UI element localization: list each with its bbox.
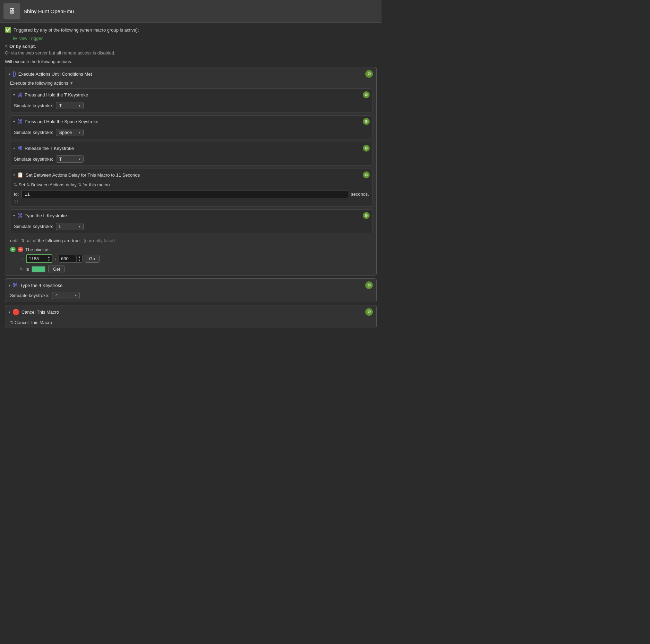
type-4-simulate-row: Simulate keystroke: 4 ▾ — [10, 292, 373, 299]
delay-chevron[interactable]: ▾ — [13, 173, 15, 177]
release-t-dropdown-arrow: ▾ — [79, 157, 80, 161]
inner-block-press-t-header: ▾ ⌘ Press and Hold the T Keystroke ⚙ — [10, 89, 373, 101]
press-space-gear[interactable]: ⚙ — [363, 118, 370, 125]
release-t-title: Release the T Keystroke — [25, 146, 74, 151]
delay-seconds-label: seconds. — [351, 192, 369, 197]
y-coord-wrap: ▲ ▼ — [59, 255, 83, 263]
pixel-at-label: The pixel at: — [25, 247, 50, 252]
outer-block-title: Execute Actions Until Conditions Met — [18, 71, 92, 77]
y-coord-input[interactable] — [59, 255, 76, 262]
updown-set-icon: ⇅ — [14, 183, 17, 187]
cancel-chevron[interactable]: ▾ — [9, 310, 10, 314]
outer-gear-button[interactable]: ⚙ — [365, 70, 373, 78]
or-via-web-label: Or via the web server but all remote acc… — [5, 50, 377, 56]
y-down-arrow[interactable]: ▼ — [77, 259, 82, 262]
add-condition-button[interactable]: + — [10, 247, 16, 252]
or-by-script-row: ⇅ Or by script. — [5, 44, 377, 49]
pixel-row: + − The pixel at: — [10, 247, 373, 252]
inner-block-type-l-header: ▾ ⌘ Type the L Keystroke ⚙ — [10, 210, 373, 221]
minus-icon: − — [19, 247, 22, 252]
type-l-gear[interactable]: ⚙ — [363, 212, 370, 219]
updown-script-icon: ⇅ — [5, 44, 8, 49]
x-up-arrow[interactable]: ▲ — [47, 255, 51, 259]
delay-to-row: to: seconds. — [10, 189, 373, 199]
press-space-chevron[interactable]: ▾ — [13, 120, 15, 124]
inner-block-press-space: ▾ ⌘ Press and Hold the Space Keystroke ⚙… — [10, 115, 373, 139]
press-space-simulate-row: Simulate keystroke: Space ▾ — [14, 129, 369, 136]
delay-timer-icon: 📋 — [17, 172, 24, 178]
cancel-gear[interactable]: ⚙ — [365, 308, 373, 316]
remove-condition-button[interactable]: − — [18, 247, 23, 252]
go-button[interactable]: Go — [85, 255, 100, 263]
release-t-key-dropdown[interactable]: T ▾ — [56, 155, 84, 163]
press-t-chevron[interactable]: ▾ — [13, 93, 15, 97]
type-4-dropdown-arrow: ▾ — [75, 294, 77, 297]
inner-press-t-left: ▾ ⌘ Press and Hold the T Keystroke — [13, 92, 88, 98]
delay-delay-label: delay — [66, 182, 77, 187]
or-by-script-label: Or by script. — [9, 44, 36, 49]
cancel-action-row: ⇅ Cancel This Macro — [10, 320, 373, 325]
delay-gear[interactable]: ⚙ — [363, 171, 370, 178]
inner-delay-left: ▾ 📋 Set Between Actions Delay for This M… — [13, 172, 140, 178]
type-l-cmd-icon: ⌘ — [17, 212, 23, 219]
is-label: is — [26, 266, 29, 272]
press-t-key-dropdown[interactable]: T ▾ — [56, 102, 84, 109]
inner-block-press-t: ▾ ⌘ Press and Hold the T Keystroke ⚙ Sim… — [10, 88, 373, 112]
all-following-label[interactable]: all of the following are true: — [27, 238, 81, 243]
type-4-chevron[interactable]: ▾ — [9, 283, 10, 287]
cancel-action-label: Cancel This Macro — [15, 320, 52, 325]
y-coord-stepper[interactable]: ▲ ▼ — [76, 255, 82, 262]
press-t-simulate-label: Simulate keystroke: — [14, 103, 53, 108]
y-up-arrow[interactable]: ▲ — [77, 255, 82, 259]
cancel-macro-left: ▾ 🛑 Cancel This Macro — [9, 309, 59, 315]
x-coord-input[interactable] — [27, 255, 46, 262]
type-l-key-dropdown[interactable]: L ▾ — [56, 223, 84, 230]
x-coord-wrap: ▲ ▼ — [26, 254, 52, 263]
outer-block-header-left: ▾ {} Execute Actions Until Conditions Me… — [9, 71, 92, 77]
get-button[interactable]: Get — [48, 265, 65, 273]
release-t-gear[interactable]: ⚙ — [363, 145, 370, 152]
inner-block-release-t: ▾ ⌘ Release the T Keystroke ⚙ Simulate k… — [10, 142, 373, 166]
inner-block-press-space-header: ▾ ⌘ Press and Hold the Space Keystroke ⚙ — [10, 116, 373, 127]
until-row: until ⇅ all of the following are true: (… — [5, 236, 376, 245]
x-down-arrow[interactable]: ▼ — [47, 259, 51, 262]
type-l-chevron[interactable]: ▾ — [13, 214, 15, 218]
outer-chevron-icon[interactable]: ▾ — [9, 72, 10, 76]
press-space-key-value: Space — [59, 130, 72, 135]
inner-type-l-left: ▾ ⌘ Type the L Keystroke — [13, 212, 67, 219]
new-trigger-button[interactable]: ⊕ New Trigger — [12, 35, 377, 42]
delay-for-this-macro-label: for this macro — [83, 182, 110, 187]
press-space-key-dropdown[interactable]: Space ▾ — [56, 129, 84, 136]
release-t-cmd-icon: ⌘ — [17, 145, 23, 152]
press-t-body: Simulate keystroke: T ▾ — [10, 101, 373, 112]
cancel-body: ⇅ Cancel This Macro — [5, 319, 376, 328]
outer-execute-block: ▾ {} Execute Actions Until Conditions Me… — [5, 67, 377, 276]
press-t-dropdown-arrow: ▾ — [79, 104, 80, 108]
release-t-body: Simulate keystroke: T ▾ — [10, 154, 373, 166]
press-t-gear[interactable]: ⚙ — [363, 91, 370, 98]
press-t-cmd-icon: ⌘ — [17, 92, 23, 98]
type-l-dropdown-arrow: ▾ — [79, 224, 80, 228]
currently-false-label: (currently false) — [84, 238, 115, 243]
type-4-block: ▾ ⌘ Type the 4 Keystroke ⚙ Simulate keys… — [5, 278, 377, 302]
arrow-right-icon: → — [20, 256, 24, 261]
type-4-cmd-icon: ⌘ — [12, 282, 18, 289]
x-coord-stepper[interactable]: ▲ ▼ — [46, 255, 52, 262]
release-t-chevron[interactable]: ▾ — [13, 146, 15, 150]
execute-chevron-icon[interactable]: ▾ — [70, 80, 73, 86]
main-content: ✅ Triggered by any of the following (whe… — [0, 23, 382, 335]
delay-title: Set Between Actions Delay for This Macro… — [26, 172, 140, 178]
app-icon: 🖥 — [3, 3, 20, 19]
inner-block-release-t-header: ▾ ⌘ Release the T Keystroke ⚙ — [10, 142, 373, 154]
type-4-gear[interactable]: ⚙ — [365, 281, 373, 289]
updown-macro-icon: ⇅ — [78, 183, 81, 187]
press-space-dropdown-arrow: ▾ — [79, 130, 80, 134]
type-4-key-dropdown[interactable]: 4 ▾ — [52, 292, 80, 299]
type-4-simulate-label: Simulate keystroke: — [10, 293, 49, 298]
is-row: ⇅ is Get — [20, 265, 373, 273]
plus-icon: + — [11, 247, 14, 252]
color-swatch[interactable] — [32, 266, 45, 272]
inner-release-t-left: ▾ ⌘ Release the T Keystroke — [13, 145, 74, 152]
type-l-body: Simulate keystroke: L ▾ — [10, 221, 373, 233]
delay-value-input[interactable] — [22, 190, 348, 198]
